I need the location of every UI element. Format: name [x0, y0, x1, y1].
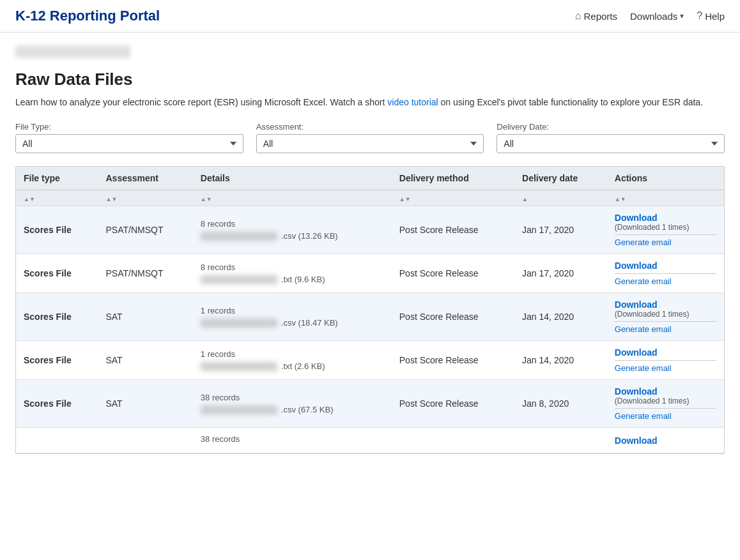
assessment-select[interactable]: All	[256, 134, 484, 153]
file-type-label: File Type:	[15, 122, 243, 132]
sort-file-type[interactable]: ▲▼	[16, 190, 98, 206]
details-cell: 1 records .csv (18.47 KB)	[193, 293, 392, 341]
delivery-date-select[interactable]: All	[497, 134, 725, 153]
table-row: 38 records Download	[16, 428, 724, 453]
assessment-filter: Assessment: All	[256, 122, 484, 153]
details-cell: 38 records .csv (67.5 KB)	[193, 380, 392, 428]
help-label: Help	[705, 11, 725, 22]
assessment-cell: SAT	[98, 341, 192, 380]
filename-redacted	[201, 319, 277, 328]
filename-redacted	[201, 405, 277, 414]
file-ext: .csv (13.26 KB)	[281, 231, 338, 241]
file-info: .txt (2.6 KB)	[201, 361, 384, 371]
file-type-cell: Scores File	[16, 254, 98, 293]
generate-email-link[interactable]: Generate email	[615, 238, 716, 247]
data-table: File type Assessment Details Delivery me…	[16, 167, 724, 453]
data-table-container: File type Assessment Details Delivery me…	[15, 166, 725, 454]
assessment-cell: SAT	[98, 293, 192, 341]
reports-label: Reports	[583, 11, 617, 22]
records-count: 38 records	[201, 393, 384, 402]
actions-cell: Download (Downloaded 1 times) Generate e…	[607, 380, 724, 428]
redacted-bar	[15, 45, 130, 58]
download-link[interactable]: Download	[615, 435, 716, 446]
sort-delivery-method[interactable]: ▲▼	[392, 190, 514, 206]
file-type-cell: Scores File	[16, 293, 98, 341]
records-count: 8 records	[201, 262, 384, 272]
reports-nav-item[interactable]: ⌂ Reports	[575, 10, 617, 22]
records-count: 38 records	[201, 434, 384, 444]
navigation: ⌂ Reports Downloads ▾ ? Help	[575, 10, 725, 22]
col-details: Details	[193, 167, 392, 190]
col-actions: Actions	[607, 167, 724, 190]
download-link[interactable]: Download	[615, 299, 716, 310]
file-type-filter: File Type: All	[15, 122, 243, 153]
question-icon: ?	[697, 10, 702, 22]
download-link[interactable]: Download	[615, 347, 716, 358]
delivery-date-cell: Jan 17, 2020	[514, 206, 607, 254]
logo[interactable]: K-12 Reporting Portal	[15, 8, 160, 24]
downloads-label: Downloads	[630, 11, 677, 22]
table-row: Scores File SAT 38 records .csv (67.5 KB…	[16, 380, 724, 428]
file-type-select[interactable]: All	[15, 134, 243, 153]
downloaded-note: (Downloaded 1 times)	[615, 310, 716, 319]
file-type-cell: Scores File	[16, 380, 98, 428]
chevron-down-icon: ▾	[680, 11, 684, 20]
table-row: Scores File SAT 1 records .csv (18.47 KB…	[16, 293, 724, 341]
generate-email-link[interactable]: Generate email	[615, 324, 716, 334]
table-body: Scores File PSAT/NMSQT 8 records .csv (1…	[16, 206, 724, 453]
delivery-method-cell: Post Score Release	[392, 254, 514, 293]
records-count: 8 records	[201, 219, 384, 229]
file-ext: .txt (9.6 KB)	[281, 275, 325, 284]
download-link[interactable]: Download	[615, 213, 716, 223]
col-delivery-date: Delivery date	[514, 167, 607, 190]
delivery-date-filter: Delivery Date: All	[497, 122, 725, 153]
file-info: .csv (18.47 KB)	[201, 318, 384, 328]
home-icon: ⌂	[575, 10, 582, 22]
description: Learn how to analyze your electronic sco…	[15, 96, 725, 109]
table-row: Scores File PSAT/NMSQT 8 records .csv (1…	[16, 206, 724, 254]
table-header-row: File type Assessment Details Delivery me…	[16, 167, 724, 190]
sort-details[interactable]: ▲▼	[193, 190, 392, 206]
generate-email-link[interactable]: Generate email	[615, 276, 716, 286]
delivery-date-cell: Jan 8, 2020	[514, 380, 607, 428]
generate-email-link[interactable]: Generate email	[615, 411, 716, 421]
actions-cell: Download	[607, 428, 724, 453]
header: K-12 Reporting Portal ⌂ Reports Download…	[0, 0, 740, 33]
details-cell: 8 records .txt (9.6 KB)	[193, 254, 392, 293]
downloads-nav-item[interactable]: Downloads ▾	[630, 11, 684, 22]
download-link[interactable]: Download	[615, 261, 716, 271]
sort-assessment[interactable]: ▲▼	[98, 190, 192, 206]
delivery-date-cell: Jan 14, 2020	[514, 293, 607, 341]
records-count: 1 records	[201, 306, 384, 315]
delivery-method-cell	[392, 428, 514, 453]
page-title: Raw Data Files	[15, 70, 725, 89]
actions-cell: Download (Downloaded 1 times) Generate e…	[607, 206, 724, 254]
col-file-type: File type	[16, 167, 98, 190]
help-nav-item[interactable]: ? Help	[697, 10, 725, 22]
file-ext: .txt (2.6 KB)	[281, 361, 325, 371]
file-info: .csv (67.5 KB)	[201, 405, 384, 414]
delivery-date-cell	[514, 428, 607, 453]
actions-cell: Download (Downloaded 1 times) Generate e…	[607, 293, 724, 341]
sort-row: ▲▼ ▲▼ ▲▼ ▲▼ ▲ ▲▼	[16, 190, 724, 206]
video-tutorial-link[interactable]: video tutorial	[387, 97, 438, 107]
assessment-cell: SAT	[98, 380, 192, 428]
actions-cell: Download Generate email	[607, 254, 724, 293]
filename-redacted	[201, 362, 277, 371]
description-text-1: Learn how to analyze your electronic sco…	[15, 97, 387, 107]
sort-delivery-date[interactable]: ▲	[514, 190, 607, 206]
file-type-cell: Scores File	[16, 341, 98, 380]
filename-redacted	[201, 232, 277, 241]
details-cell: 8 records .csv (13.26 KB)	[193, 206, 392, 254]
generate-email-link[interactable]: Generate email	[615, 363, 716, 373]
table-row: Scores File PSAT/NMSQT 8 records .txt (9…	[16, 254, 724, 293]
sort-actions[interactable]: ▲▼	[607, 190, 724, 206]
delivery-method-cell: Post Score Release	[392, 206, 514, 254]
records-count: 1 records	[201, 349, 384, 359]
file-info: .txt (9.6 KB)	[201, 275, 384, 284]
file-type-cell	[16, 428, 98, 453]
delivery-date-label: Delivery Date:	[497, 122, 725, 132]
table-row: Scores File SAT 1 records .txt (2.6 KB) …	[16, 341, 724, 380]
downloaded-note: (Downloaded 1 times)	[615, 397, 716, 405]
download-link[interactable]: Download	[615, 386, 716, 397]
